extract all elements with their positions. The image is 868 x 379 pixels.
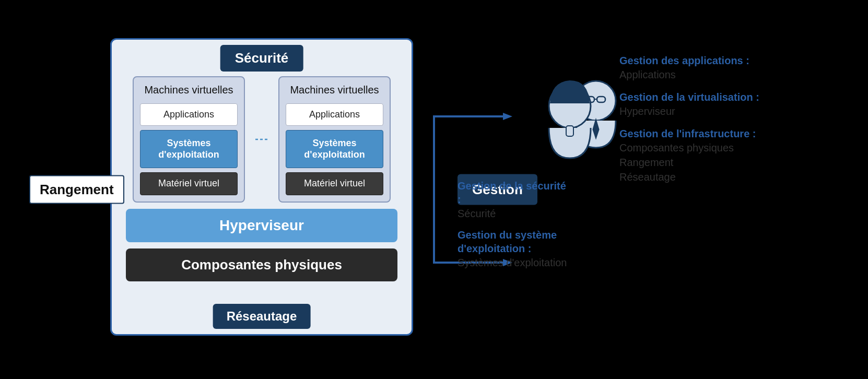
composantes-layer: Composantes physiques bbox=[126, 248, 397, 281]
vm1-app-layer: Applications bbox=[140, 103, 238, 126]
securite-label: Sécurité bbox=[220, 45, 303, 72]
vm2-hw-layer: Matériel virtuel bbox=[286, 172, 383, 195]
rangement-label: Rangement bbox=[29, 175, 124, 204]
mgmt-os-title: Gestion du système d'exploitation : bbox=[458, 228, 572, 255]
vm-box-1: Machines virtuelles Applications Système… bbox=[133, 76, 245, 203]
mgmt-os-text: Systèmes d'exploitation bbox=[458, 255, 572, 270]
vm2-title: Machines virtuelles bbox=[286, 84, 383, 99]
dashed-connector bbox=[255, 76, 268, 203]
right-panel: Gestion des applications : Applications … bbox=[619, 54, 828, 193]
right-virt-title: Gestion de la virtualisation : bbox=[619, 90, 828, 104]
left-mgmt-panel: Gestion de la sécurité : Sécurité Gestio… bbox=[458, 179, 572, 277]
vm1-os-layer: Systèmes d'exploitation bbox=[140, 130, 238, 168]
vm1-title: Machines virtuelles bbox=[140, 84, 238, 99]
vm-box-2: Machines virtuelles Applications Système… bbox=[278, 76, 391, 203]
vm-row: Machines virtuelles Applications Système… bbox=[122, 76, 401, 203]
right-virt-text: Hyperviseur bbox=[619, 104, 828, 119]
vm2-app-layer: Applications bbox=[286, 103, 383, 126]
diagram-box: Sécurité Machines virtuelles Application… bbox=[110, 38, 413, 336]
right-infra-title: Gestion de l'infrastructure : bbox=[619, 127, 828, 140]
right-infra-text: Composantes physiques Rangement Réseauta… bbox=[619, 140, 828, 184]
reseautage-label: Réseautage bbox=[213, 304, 311, 329]
mgmt-securite-title: Gestion de la sécurité : bbox=[458, 179, 572, 206]
dashed-line-svg bbox=[255, 138, 268, 140]
vm1-hw-layer: Matériel virtuel bbox=[140, 172, 238, 195]
svg-rect-9 bbox=[566, 126, 573, 136]
right-app-title: Gestion des applications : bbox=[619, 54, 828, 67]
mgmt-securite-text: Sécurité bbox=[458, 206, 572, 221]
main-diagram: Rangement Sécurité Machines virtuelles A… bbox=[29, 12, 839, 367]
vm2-os-layer: Systèmes d'exploitation bbox=[286, 130, 383, 168]
right-app-text: Applications bbox=[619, 67, 828, 82]
svg-marker-1 bbox=[503, 113, 512, 120]
hyperviseur-layer: Hyperviseur bbox=[126, 209, 397, 242]
